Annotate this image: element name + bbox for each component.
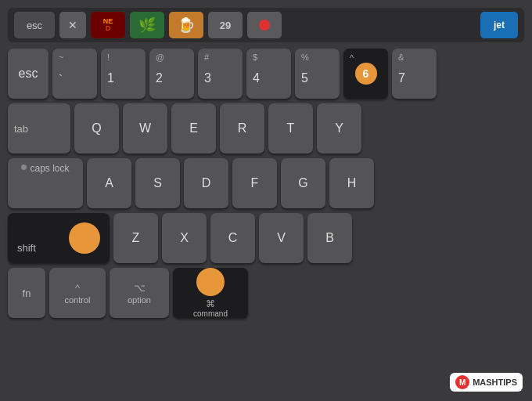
- key-option[interactable]: ⌥ option: [110, 268, 169, 318]
- key-y[interactable]: Y: [317, 103, 361, 154]
- key-r[interactable]: R: [220, 103, 264, 154]
- touchbar-esc[interactable]: esc: [14, 12, 55, 38]
- key-4[interactable]: $ 4: [246, 49, 291, 99]
- key-control[interactable]: ^ control: [49, 268, 106, 318]
- fn-label: fn: [23, 287, 31, 299]
- key-w[interactable]: W: [123, 103, 167, 154]
- zxcv-row: shift Z X C V B: [8, 213, 524, 263]
- control-label: control: [64, 295, 90, 305]
- key-a[interactable]: A: [87, 158, 131, 208]
- close-icon: ✕: [68, 19, 77, 31]
- touch-bar: esc ✕ NED 🌿 🍺 29 jet: [8, 8, 524, 42]
- key-2[interactable]: @ 2: [149, 49, 194, 99]
- mashtips-text: MASHTIPS: [473, 378, 517, 387]
- key-6-badge: 6: [355, 63, 377, 85]
- key-g[interactable]: G: [281, 158, 325, 208]
- key-7[interactable]: & 7: [392, 49, 437, 99]
- watermark: M MASHTIPS: [450, 373, 523, 392]
- shift-label: shift: [17, 242, 36, 254]
- key-command[interactable]: ⌘ command: [173, 268, 248, 318]
- bottom-row: fn ^ control ⌥ option ⌘ command: [8, 268, 524, 318]
- record-icon: [259, 20, 270, 31]
- key-x[interactable]: X: [162, 213, 207, 263]
- key-5[interactable]: % 5: [295, 49, 340, 99]
- esc-label: esc: [19, 67, 38, 81]
- key-s[interactable]: S: [135, 158, 180, 208]
- shift-orange-indicator: [69, 222, 100, 254]
- touchbar-close-btn[interactable]: ✕: [59, 12, 86, 38]
- key-z[interactable]: Z: [113, 213, 158, 263]
- touchbar-cup-app[interactable]: 🍺: [169, 12, 203, 38]
- key-tilde[interactable]: ~ `: [52, 49, 97, 99]
- number-row: esc ~ ` ! 1 @ 2 # 3 $ 4 %: [8, 49, 524, 99]
- touchbar-jet[interactable]: jet: [480, 12, 518, 38]
- touchbar-29-app[interactable]: 29: [208, 12, 243, 38]
- key-3[interactable]: # 3: [198, 49, 243, 99]
- key-caps-lock[interactable]: caps lock: [8, 158, 83, 208]
- caps-indicator: [21, 164, 27, 170]
- key-f[interactable]: F: [232, 158, 277, 208]
- key-c[interactable]: C: [210, 213, 255, 263]
- qwerty-row: tab Q W E R T Y: [8, 103, 524, 154]
- command-label: command: [193, 309, 228, 318]
- command-orange-indicator: [196, 268, 225, 296]
- key-esc[interactable]: esc: [8, 49, 49, 99]
- key-shift-left[interactable]: shift: [8, 213, 110, 263]
- key-6[interactable]: ^ 6: [343, 49, 388, 99]
- touchbar-rec-app[interactable]: [247, 12, 282, 38]
- cup-icon: 🍺: [178, 16, 195, 34]
- key-h[interactable]: H: [329, 158, 374, 208]
- key-b[interactable]: B: [307, 213, 352, 263]
- tab-label: tab: [14, 123, 28, 135]
- key-fn[interactable]: fn: [8, 268, 45, 318]
- keyboard: esc ~ ` ! 1 @ 2 # 3 $ 4 %: [8, 49, 524, 318]
- mashtips-logo-m: M: [455, 375, 469, 389]
- key-t[interactable]: T: [268, 103, 313, 154]
- key-d[interactable]: D: [184, 158, 228, 208]
- leaf-icon: 🌿: [138, 16, 156, 34]
- asdf-row: caps lock A S D F G H: [8, 158, 524, 208]
- key-e[interactable]: E: [171, 103, 216, 154]
- option-label: option: [128, 295, 151, 305]
- key-q[interactable]: Q: [74, 103, 119, 154]
- key-1[interactable]: ! 1: [101, 49, 146, 99]
- keyboard-container: esc ✕ NED 🌿 🍺 29 jet esc ~ `: [0, 0, 532, 401]
- caps-label: caps lock: [30, 163, 69, 174]
- key-tab[interactable]: tab: [8, 103, 70, 154]
- touchbar-leaf-app[interactable]: 🌿: [130, 12, 164, 38]
- touchbar-ned-app[interactable]: NED: [91, 12, 125, 38]
- key-v[interactable]: V: [259, 213, 304, 263]
